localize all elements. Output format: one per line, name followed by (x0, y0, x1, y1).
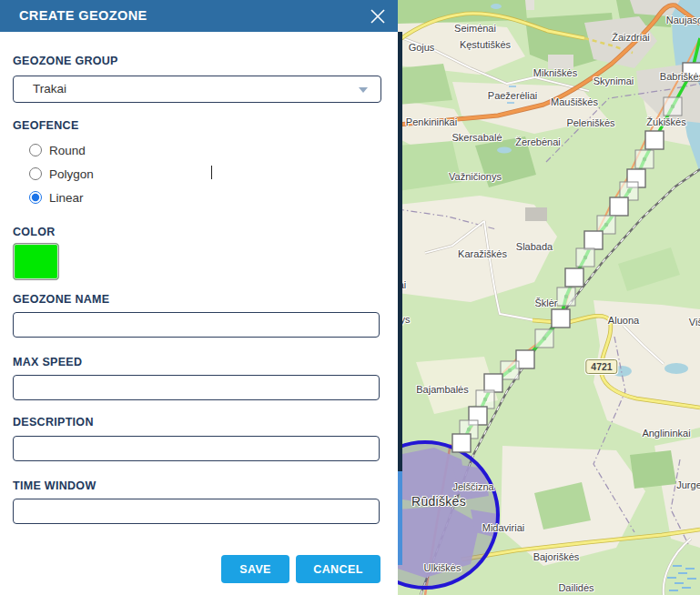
description-label: DESCRIPTION (13, 416, 94, 429)
geozone-group-value: Trakai (33, 82, 66, 96)
panel-scrollbar-thumb[interactable] (398, 471, 402, 565)
geofence-handle-ghost[interactable] (501, 361, 519, 379)
radio-polygon[interactable] (29, 167, 42, 180)
geofence-handle-solid[interactable] (552, 309, 570, 328)
geofence-handle-solid[interactable] (565, 268, 583, 287)
geofence-handle-solid[interactable] (610, 197, 628, 216)
geozone-group-label: GEOZONE GROUP (13, 55, 118, 67)
radio-linear[interactable] (29, 191, 42, 204)
map-canvas[interactable]: SeimėnaiKęstutiškėsGojusŽaizdriaiNaujaso… (398, 0, 700, 595)
description-input[interactable] (13, 436, 380, 461)
geofence-option-polygon[interactable]: Polygon (29, 165, 94, 183)
geofence-handle-ghost[interactable] (476, 390, 494, 408)
chevron-down-icon (359, 87, 368, 93)
geofence-option-round[interactable]: Round (29, 141, 86, 159)
geofence-handle-ghost[interactable] (535, 329, 553, 348)
geofence-handle-ghost[interactable] (557, 287, 575, 306)
radio-polygon-label: Polygon (49, 167, 94, 181)
geofence-label: GEOFENCE (13, 119, 79, 132)
create-geozone-dialog: CREATE GEOZONE GEOZONE GROUP Trakai GEOF… (0, 0, 398, 595)
radio-round[interactable] (29, 144, 42, 156)
radio-round-label: Round (49, 144, 86, 157)
map-art (398, 0, 700, 595)
geozone-name-label: GEOZONE NAME (13, 293, 109, 306)
cancel-button[interactable]: CANCEL (296, 555, 380, 583)
max-speed-label: MAX SPEED (13, 356, 82, 368)
color-swatch[interactable] (13, 243, 59, 280)
geofence-handle-solid[interactable] (645, 131, 664, 149)
time-window-label: TIME WINDOW (13, 479, 96, 492)
geofence-handle-ghost[interactable] (576, 248, 594, 267)
max-speed-input[interactable] (13, 375, 380, 400)
color-label: COLOR (13, 226, 56, 238)
radio-linear-label: Linear (49, 191, 84, 205)
panel-scrollbar-track (398, 32, 402, 471)
text-cursor (211, 166, 212, 179)
time-window-input[interactable] (13, 499, 380, 524)
dialog-header: CREATE GEOZONE (0, 0, 398, 32)
geofence-handle-solid[interactable] (683, 63, 700, 81)
geofence-handle-ghost[interactable] (635, 150, 654, 168)
geofence-handle-solid[interactable] (452, 434, 471, 452)
geozone-group-select[interactable]: Trakai (13, 76, 381, 103)
geozone-name-input[interactable] (13, 312, 380, 338)
close-icon[interactable] (367, 5, 389, 27)
geofence-handle-solid[interactable] (484, 374, 502, 392)
geofence-option-linear[interactable]: Linear (29, 188, 84, 207)
dialog-title: CREATE GEOZONE (19, 0, 147, 32)
geofence-handle-solid[interactable] (584, 231, 603, 249)
geofence-handle-ghost[interactable] (664, 97, 682, 116)
save-button[interactable]: SAVE (221, 555, 289, 583)
